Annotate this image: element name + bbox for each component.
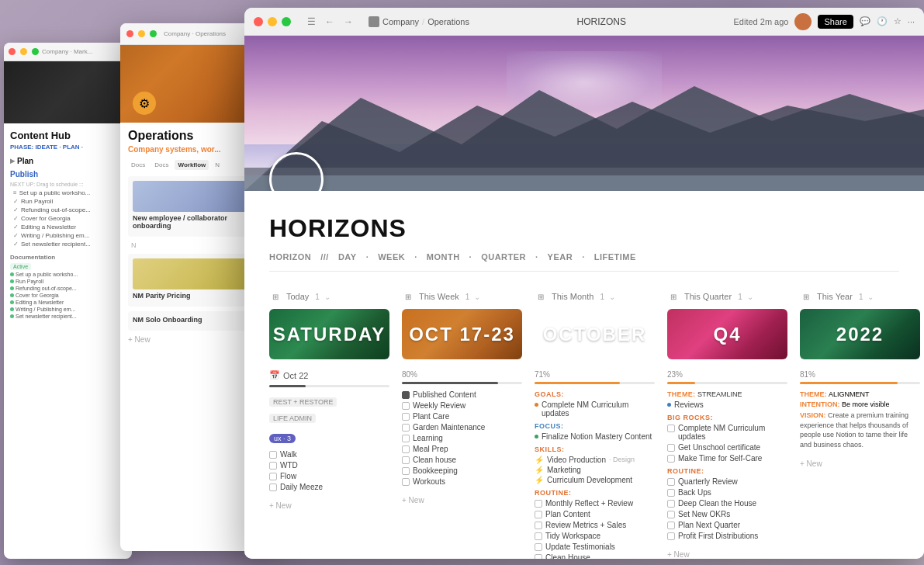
- back-publish-section[interactable]: Publish: [10, 170, 126, 179]
- tab-n[interactable]: N: [212, 160, 223, 170]
- nav-quarter[interactable]: QUARTER: [481, 252, 526, 262]
- check-quarterly-review[interactable]: Quarterly Review: [667, 477, 787, 486]
- checkbox-plan-next-quarter[interactable]: [667, 522, 675, 529]
- check-back-ups[interactable]: Back Ups: [667, 488, 787, 497]
- star-icon[interactable]: ☆: [894, 16, 902, 26]
- checkbox-workouts[interactable]: [402, 478, 410, 486]
- doc-item-1[interactable]: Set up a public worksho...: [10, 272, 126, 277]
- checkbox-new-okrs[interactable]: [667, 511, 675, 518]
- doc-item-3[interactable]: Refunding out-of-scope...: [10, 286, 126, 291]
- card-thumb-october[interactable]: OCTOBER: [535, 309, 655, 359]
- checkbox-bookkeeping[interactable]: [402, 467, 410, 475]
- card-thumb-2022[interactable]: 2022: [800, 309, 920, 359]
- check-walk[interactable]: Walk: [269, 450, 389, 459]
- check-wtd[interactable]: WTD: [269, 461, 389, 470]
- nav-month[interactable]: MONTH: [427, 252, 460, 262]
- col-expand-today[interactable]: ⌄: [324, 293, 330, 301]
- check-workouts[interactable]: Workouts: [402, 477, 522, 486]
- nav-horizon[interactable]: HORIZON: [269, 252, 311, 262]
- check-meal-prep[interactable]: Meal Prep: [402, 445, 522, 453]
- checkbox-review-metrics[interactable]: [535, 522, 542, 529]
- check-published[interactable]: Published Content: [402, 390, 522, 399]
- card-thumb-q4[interactable]: Q4: [667, 309, 787, 359]
- check-testimonials[interactable]: Update Testimonials: [535, 542, 655, 551]
- tab-docs-2[interactable]: Docs: [151, 160, 171, 170]
- check-learning[interactable]: Learning: [402, 434, 522, 442]
- checkbox-daily-meeze[interactable]: [269, 484, 277, 491]
- back-publish-item-1[interactable]: ≡Set up a public worksho...: [10, 189, 126, 196]
- maximize-button[interactable]: [282, 17, 291, 26]
- check-new-okrs[interactable]: Set New OKRs: [667, 510, 787, 518]
- checkbox-learning[interactable]: [402, 435, 410, 442]
- add-new-week[interactable]: + New: [402, 496, 522, 504]
- nav-week[interactable]: WEEK: [378, 252, 405, 262]
- col-expand-week[interactable]: ⌄: [474, 293, 480, 301]
- check-clean-house[interactable]: Clean house: [402, 456, 522, 464]
- check-plant-care[interactable]: Plant Care: [402, 412, 522, 421]
- checkbox-tidy[interactable]: [535, 532, 542, 540]
- checkbox-wtd[interactable]: [269, 462, 277, 470]
- checkbox-meal-prep[interactable]: [402, 445, 410, 453]
- add-new-today[interactable]: + New: [269, 501, 389, 510]
- checkbox-monthly-reflect[interactable]: [535, 500, 542, 508]
- tab-workflow[interactable]: Workflow: [175, 160, 209, 170]
- col-expand-year[interactable]: ⌄: [867, 293, 874, 301]
- check-clean-house-month[interactable]: Clean House: [535, 553, 655, 559]
- nav-year[interactable]: YEAR: [548, 252, 573, 262]
- doc-item-5[interactable]: Editing a Newsletter: [10, 300, 126, 305]
- checkbox-quarterly-review[interactable]: [667, 478, 675, 486]
- minimize-button[interactable]: [268, 17, 277, 26]
- checkbox-published[interactable]: [402, 391, 410, 399]
- check-monthly-reflect[interactable]: Monthly Reflect + Review: [535, 499, 655, 508]
- add-new-quarter[interactable]: + New: [667, 550, 787, 559]
- nav-forward[interactable]: →: [341, 14, 356, 29]
- checkbox-deep-clean[interactable]: [667, 500, 675, 508]
- check-plan-next-quarter[interactable]: Plan Next Quarter: [667, 521, 787, 529]
- back-publish-item-6[interactable]: ✓Writing / Publishing em...: [10, 232, 126, 239]
- doc-item-6[interactable]: Writing / Publishing em...: [10, 307, 126, 312]
- back-publish-item-2[interactable]: ✓Run Payroll: [10, 198, 126, 205]
- close-button[interactable]: [254, 17, 263, 26]
- check-daily-meeze[interactable]: Daily Meeze: [269, 483, 389, 491]
- minimize-button-back[interactable]: [20, 48, 27, 55]
- doc-item-4[interactable]: Cover for Georgia: [10, 293, 126, 298]
- tab-docs-1[interactable]: Docs: [128, 160, 148, 170]
- more-icon[interactable]: ···: [908, 17, 915, 26]
- minimize-button-mid[interactable]: [138, 30, 145, 37]
- breadcrumb-operations[interactable]: Operations: [427, 17, 469, 26]
- check-self-care[interactable]: Make Time for Self-Care: [667, 454, 787, 463]
- col-expand-quarter[interactable]: ⌄: [747, 293, 753, 301]
- col-expand-month[interactable]: ⌄: [609, 293, 615, 301]
- back-plan-section[interactable]: ▶ Plan: [10, 157, 126, 165]
- back-publish-item-4[interactable]: ✓Cover for Georgia: [10, 215, 126, 222]
- check-review-metrics[interactable]: Review Metrics + Sales: [535, 521, 655, 529]
- comment-icon[interactable]: 💬: [860, 16, 870, 26]
- check-garden[interactable]: Garden Maintenance: [402, 423, 522, 432]
- checkbox-garden[interactable]: [402, 424, 410, 432]
- doc-item-2[interactable]: Run Payroll: [10, 279, 126, 284]
- check-deep-clean[interactable]: Deep Clean the House: [667, 499, 787, 508]
- checkbox-weekly-review[interactable]: [402, 402, 410, 410]
- back-publish-item-7[interactable]: ✓Set newsletter recipient...: [10, 241, 126, 248]
- check-flow[interactable]: Flow: [269, 472, 389, 480]
- check-profit-first[interactable]: Profit First Distributions: [667, 532, 787, 540]
- breadcrumb-company[interactable]: Company: [382, 17, 419, 26]
- check-weekly-review[interactable]: Weekly Review: [402, 401, 522, 410]
- checkbox-flow[interactable]: [269, 473, 277, 480]
- checkbox-unschool[interactable]: [667, 444, 675, 452]
- checkbox-walk[interactable]: [269, 451, 277, 459]
- share-button[interactable]: Share: [818, 15, 853, 29]
- close-button-mid[interactable]: [126, 30, 133, 37]
- nav-menu[interactable]: ☰: [303, 14, 319, 29]
- back-publish-item-5[interactable]: ✓Editing a Newsletter: [10, 224, 126, 231]
- check-bookkeeping[interactable]: Bookkeeping: [402, 466, 522, 475]
- maximize-button-back[interactable]: [32, 48, 39, 55]
- add-new-year[interactable]: + New: [800, 459, 920, 468]
- check-plan-content[interactable]: Plan Content: [535, 510, 655, 518]
- close-button-back[interactable]: [9, 48, 16, 55]
- check-complete-nm[interactable]: Complete NM Curriculum updates: [667, 424, 787, 441]
- checkbox-profit-first[interactable]: [667, 532, 675, 540]
- checkbox-back-ups[interactable]: [667, 489, 675, 497]
- nav-day[interactable]: DAY: [338, 252, 357, 262]
- nav-back[interactable]: ←: [322, 14, 337, 29]
